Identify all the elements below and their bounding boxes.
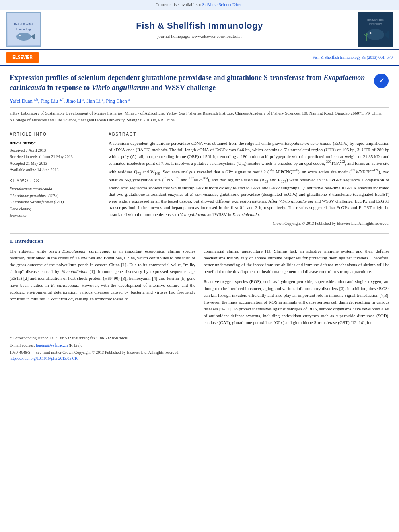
keyword-1: Exopalaemon carinicauda — [10, 186, 95, 192]
email-link[interactable]: liuping@ysfri.ac.cn — [36, 343, 68, 347]
article-title: Expression profiles of selenium dependen… — [10, 73, 369, 93]
journal-header-main: Fish & Shellfish Immunology Fish & Shell… — [0, 10, 399, 50]
intro-col-left: The ridgetail white prawn Exopalaemon ca… — [10, 248, 195, 327]
svg-text:Immunology: Immunology — [16, 28, 31, 31]
abstract-header: ABSTRACT — [109, 131, 389, 138]
affiliations: a Key Laboratory of Sustainable Developm… — [10, 107, 389, 123]
doi-line[interactable]: http://dx.doi.org/10.1016/j.fsi.2013.05.… — [10, 356, 389, 362]
intro-col-right: commercial shrimp aquaculture [1]. Shrim… — [204, 248, 389, 327]
keywords-list: Exopalaemon carinicauda Glutathione pero… — [10, 186, 95, 219]
abstract-text: A selenium-dependent glutathione peroxid… — [109, 140, 389, 218]
journal-ref: Fish & Shellfish Immunology 35 (2013) 66… — [313, 55, 393, 61]
keyword-3: Glutathione S-transferases (GST) — [10, 199, 95, 205]
copyright-line: Crown Copyright © 2013 Published by Else… — [109, 221, 389, 227]
received-revised: Received in revised form 21 May 2013 — [10, 154, 95, 160]
svg-point-9 — [366, 29, 384, 40]
email-label: E-mail address: — [10, 343, 35, 347]
sciverse-link[interactable]: SciVerse ScienceDirect — [202, 2, 243, 7]
affiliation-a: a Key Laboratory of Sustainable Developm… — [10, 110, 389, 116]
svg-text:Fish & Shellfish: Fish & Shellfish — [367, 18, 383, 21]
email-note: E-mail address: liuping@ysfri.ac.cn (P. … — [10, 343, 389, 349]
crossmark-badge[interactable]: ✓ — [373, 73, 389, 89]
article-footer: * Corresponding author. Tel.: +86 532 85… — [10, 332, 389, 362]
elsevier-logo: ELSEVIER — [6, 52, 39, 63]
received-date: Received 7 April 2013 — [10, 148, 95, 154]
keyword-4: Gene cloning — [10, 206, 95, 212]
doi-link[interactable]: http://dx.doi.org/10.1016/j.fsi.2013.05.… — [10, 356, 78, 361]
elsevier-bar: ELSEVIER Fish & Shellfish Immunology 35 … — [0, 50, 399, 66]
corresponding-note: * Corresponding author. Tel.: +86 532 85… — [10, 335, 389, 341]
section-label: 1. Introduction — [10, 238, 389, 245]
journal-logo-left: Fish & Shellfish Immunology — [6, 12, 41, 47]
accepted-date: Accepted 21 May 2013 — [10, 161, 95, 167]
article-info-header: ARTICLE INFO — [10, 131, 95, 138]
abstract-col: ABSTRACT A selenium-dependent glutathion… — [102, 127, 389, 227]
article-content: Expression profiles of selenium dependen… — [0, 66, 399, 370]
available-date: Available online 14 June 2013 — [10, 167, 95, 173]
svg-text:Fish & Shellfish: Fish & Shellfish — [14, 23, 33, 26]
page-container: Contents lists available at SciVerse Sci… — [0, 0, 399, 370]
introduction-section: 1. Introduction The ridgetail white praw… — [10, 233, 389, 326]
journal-logo-right: Fish & Shellfish Immunology — [358, 12, 393, 47]
issn-line: 1050-4648/$ — see front matter Crown Cop… — [10, 350, 389, 356]
svg-point-11 — [370, 32, 372, 34]
affiliation-b: b College of Fisheries and Life Science,… — [10, 117, 389, 123]
intro-two-col: The ridgetail white prawn Exopalaemon ca… — [10, 248, 389, 327]
keyword-5: Expression — [10, 213, 95, 219]
svg-point-3 — [16, 33, 31, 41]
crossmark-icon: ✓ — [374, 74, 389, 88]
authors-line: Yafei Duan a,b, Ping Liu a,*, Jitao Li a… — [10, 97, 389, 105]
keyword-2: Glutathione peroxidase (GPx) — [10, 193, 95, 199]
contents-text: Contents lists available at — [156, 2, 202, 7]
svg-text:Immunology: Immunology — [369, 23, 382, 25]
article-info-col: ARTICLE INFO Article history: Received 7… — [10, 127, 102, 227]
keywords-header: Keywords: — [10, 178, 95, 184]
journal-title: Fish & Shellfish Immunology — [45, 19, 354, 32]
journal-header-topbar: Contents lists available at SciVerse Sci… — [0, 0, 399, 10]
svg-point-5 — [19, 35, 21, 36]
history-subheader: Article history: — [10, 140, 95, 146]
journal-homepage: journal homepage: www.elsevier.com/locat… — [45, 33, 354, 40]
email-person: (P. Liu). — [69, 343, 82, 347]
two-col-section: ARTICLE INFO Article history: Received 7… — [10, 127, 389, 227]
journal-title-center: Fish & Shellfish Immunology journal home… — [41, 19, 358, 40]
article-title-section: Expression profiles of selenium dependen… — [10, 73, 389, 93]
